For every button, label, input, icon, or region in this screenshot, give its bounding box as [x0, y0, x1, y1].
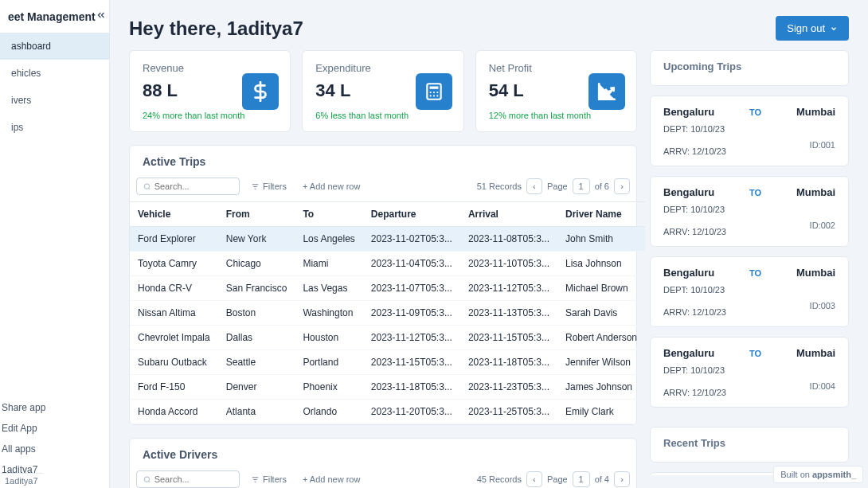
filter-icon — [251, 475, 260, 484]
trip-to: Mumbai — [796, 106, 835, 118]
trip-id: ID:003 — [810, 301, 835, 317]
sign-out-label: Sign out — [787, 22, 825, 34]
page-title: Hey there, 1aditya7 — [129, 18, 303, 40]
filters-button[interactable]: Filters — [246, 471, 291, 487]
next-page-button[interactable]: › — [614, 178, 630, 194]
col-header[interactable]: Driver Name — [557, 202, 645, 227]
sidebar-collapse-icon[interactable] — [96, 10, 107, 23]
filter-icon — [251, 182, 260, 191]
stat-delta: 12% more than last month — [489, 111, 624, 120]
dollar-icon — [242, 73, 279, 110]
table-row[interactable]: Ford ExplorerNew YorkLos Angeles2023-11-… — [130, 227, 645, 252]
trip-id: ID:004 — [810, 381, 835, 397]
upcoming-trip-card[interactable]: BengaluruTOMumbaiDEPT: 10/10/23ARRV: 12/… — [650, 337, 849, 408]
app-title: eet Management — [8, 10, 96, 23]
sidebar-item-vehicles[interactable]: ehicles — [0, 60, 109, 87]
trip-from: Bengaluru — [663, 106, 714, 118]
active-drivers-panel: Active Drivers Filters + Add new row — [129, 438, 637, 488]
svg-point-4 — [436, 92, 438, 93]
trip-from: Bengaluru — [663, 347, 714, 359]
panel-title: Active Trips — [130, 146, 636, 174]
table-row[interactable]: Subaru OutbackSeattlePortland2023-11-15T… — [130, 350, 645, 375]
all-apps-link[interactable]: All apps — [2, 439, 108, 459]
prev-page-button[interactable]: ‹ — [526, 178, 542, 194]
to-label: TO — [749, 268, 761, 278]
add-row-button[interactable]: + Add new row — [298, 471, 365, 487]
col-header[interactable]: Departure — [363, 202, 460, 227]
upcoming-trip-card[interactable]: BengaluruTOMumbaiDEPT: 10/10/23ARRV: 12/… — [650, 256, 849, 327]
record-count: 45 Records — [477, 474, 522, 484]
current-page: 1 — [573, 178, 590, 194]
svg-point-7 — [436, 95, 438, 96]
trip-dept: DEPT: 10/10/23 — [663, 205, 835, 214]
stat-title: Expenditure — [315, 62, 450, 74]
current-page: 1 — [573, 471, 590, 487]
search-icon — [143, 475, 151, 484]
trip-arrv: ARRV: 12/10/23 — [663, 146, 726, 156]
next-page-button[interactable]: › — [614, 471, 630, 487]
sidebar-item-dashboard[interactable]: ashboard — [0, 33, 109, 60]
edit-app-link[interactable]: Edit App — [2, 418, 108, 439]
to-label: TO — [749, 188, 761, 197]
trip-dept: DEPT: 10/10/23 — [663, 365, 835, 375]
chart-line-icon — [588, 73, 625, 110]
prev-page-button[interactable]: ‹ — [526, 471, 542, 487]
recent-title: Recent Trips — [663, 437, 835, 449]
col-header[interactable]: Vehicle — [130, 202, 218, 227]
svg-point-3 — [433, 92, 435, 93]
sign-out-button[interactable]: Sign out — [776, 16, 849, 41]
sidebar-item-trips[interactable]: ips — [0, 114, 109, 141]
trip-arrv: ARRV: 12/10/23 — [663, 227, 726, 236]
share-app-link[interactable]: Share app — [2, 397, 108, 418]
to-label: TO — [749, 349, 761, 358]
col-header[interactable]: To — [295, 202, 362, 227]
table-row[interactable]: Honda CR-VSan FranciscoLas Vegas2023-11-… — [130, 276, 645, 301]
upcoming-trip-card[interactable]: BengaluruTOMumbaiDEPT: 10/10/23ARRV: 12/… — [650, 176, 849, 247]
stat-delta: 24% more than last month — [143, 111, 277, 120]
col-header[interactable]: From — [218, 202, 295, 227]
upcoming-title: Upcoming Trips — [663, 61, 835, 72]
svg-point-2 — [429, 92, 431, 93]
svg-point-8 — [144, 183, 149, 188]
col-header[interactable]: Arrival — [460, 202, 557, 227]
sidebar-item-drivers[interactable]: ivers — [0, 87, 109, 114]
stat-delta: 6% less than last month — [315, 111, 450, 120]
table-row[interactable]: Ford F-150DenverPhoenix2023-11-18T05:3..… — [130, 375, 645, 400]
table-row[interactable]: Nissan AltimaBostonWashington2023-11-09T… — [130, 301, 645, 326]
trip-to: Mumbai — [796, 347, 835, 359]
trip-id: ID:002 — [810, 221, 835, 236]
table-row[interactable]: Toyota CamryChicagoMiami2023-11-04T05:3.… — [130, 252, 645, 276]
panel-title: Active Drivers — [130, 439, 636, 467]
stat-expenditure: Expenditure 34 L 6% less than last month — [302, 50, 463, 132]
record-count: 51 Records — [477, 182, 522, 191]
trip-id: ID:001 — [810, 140, 835, 156]
svg-point-6 — [433, 95, 435, 96]
upcoming-trip-card[interactable]: BengaluruTOMumbaiDEPT: 10/10/23ARRV: 12/… — [650, 96, 849, 166]
to-label: TO — [749, 107, 761, 117]
stat-revenue: Revenue 88 L 24% more than last month — [129, 50, 291, 132]
table-row[interactable]: Honda AccordAtlantaOrlando2023-11-20T05:… — [130, 400, 645, 424]
filters-button[interactable]: Filters — [246, 178, 291, 194]
active-trips-table: VehicleFromToDepartureArrivalDriver Name… — [130, 201, 645, 424]
stat-title: Net Profit — [489, 62, 624, 74]
calculator-icon — [416, 73, 452, 110]
stat-title: Revenue — [143, 62, 277, 74]
stat-netprofit: Net Profit 54 L 12% more than last month — [475, 50, 637, 132]
trip-arrv: ARRV: 12/10/23 — [663, 388, 726, 397]
search-input[interactable] — [136, 178, 240, 195]
add-row-button[interactable]: + Add new row — [298, 178, 365, 194]
trip-dept: DEPT: 10/10/23 — [663, 285, 835, 295]
trip-arrv: ARRV: 12/10/23 — [663, 307, 726, 317]
trip-from: Bengaluru — [663, 267, 714, 279]
svg-point-5 — [429, 95, 431, 96]
search-input[interactable] — [136, 470, 240, 488]
built-on-badge[interactable]: Built on appsmith_ — [773, 466, 863, 483]
trip-from: Bengaluru — [663, 186, 714, 198]
svg-point-9 — [144, 476, 149, 481]
bottom-tab[interactable]: 1aditya7 — [0, 473, 43, 488]
trip-to: Mumbai — [796, 186, 835, 198]
table-row[interactable]: Chevrolet ImpalaDallasHouston2023-11-12T… — [130, 326, 645, 350]
svg-rect-1 — [429, 87, 438, 89]
search-icon — [143, 182, 151, 191]
chevron-down-icon — [830, 25, 838, 33]
